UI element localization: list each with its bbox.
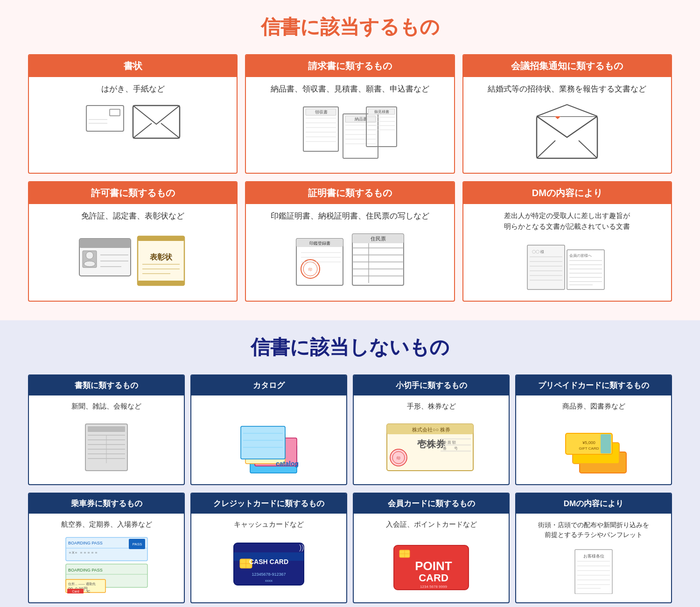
card-prepaid-body: 商品券、図書券など ¥5,000 GIFT CARD — [516, 395, 671, 484]
svg-line-5 — [133, 123, 152, 138]
bottom-grid-row1: 書類に類するもの 新聞、雑誌、会報など — [28, 374, 672, 485]
svg-text:¥5,000: ¥5,000 — [582, 440, 595, 445]
svg-line-32 — [537, 141, 555, 158]
card-shorui-desc: 新聞、雑誌、会報など — [71, 402, 141, 411]
card-dm-top-body: 差出人が特定の受取人に差し出す趣旨が明らかとなる文書が記載されている文書 〇〇 … — [463, 204, 671, 301]
svg-text:〇〇 様: 〇〇 様 — [532, 250, 544, 254]
card-credit-body: キャッシュカードなど CASH CARD 12345678-912367 — [191, 514, 346, 602]
page-wrapper: 信書に該当するもの 書状 はがき、手紙など — [0, 0, 700, 607]
card-catalog-body: catalog — [191, 395, 346, 484]
card-dm-top-header: DMの内容により — [463, 182, 671, 204]
card-dm-bottom-header: DMの内容により — [516, 494, 671, 514]
card-kogitte-image: 株式会社○○ 株券 印 壱株券 券 面 額 番 号 — [359, 416, 503, 478]
svg-rect-118 — [601, 434, 611, 453]
bottom-section-title: 信書に該当しないもの — [28, 334, 672, 360]
bottom-grid-row2: 乗車券に類するもの 航空券、定期券、入場券など BOARDING PASS ＝X… — [28, 493, 672, 603]
svg-rect-4 — [133, 106, 180, 138]
card-dm-bottom-desc: 街頭・店頭での配布や新聞折り込みを前提とするチラシやパンフレット — [538, 520, 649, 540]
svg-rect-1 — [110, 109, 120, 116]
svg-line-33 — [579, 141, 597, 158]
card-shojo-body: はがき、手紙など — [29, 77, 237, 173]
card-credit: クレジットカードに類するもの キャッシュカードなど CASH CARD — [190, 493, 347, 603]
svg-text:CASH CARD: CASH CARD — [249, 558, 288, 565]
card-kaiin-body: 入会証、ポイントカードなど POINT CARD 1234 5678 9999 — [354, 514, 509, 602]
card-kogitte-desc: 手形、株券など — [407, 402, 456, 411]
bottom-section: 信書に該当しないもの 書類に類するもの 新聞、雑誌、会報など — [0, 320, 700, 607]
svg-text:印鑑登録書: 印鑑登録書 — [309, 241, 330, 246]
card-shojo: 書状 はがき、手紙など — [28, 54, 238, 174]
card-shojo-image — [36, 101, 229, 166]
card-josha-desc: 航空券、定期券、入場券など — [61, 520, 152, 529]
svg-text:Card: Card — [72, 590, 79, 593]
card-shorui-body: 新聞、雑誌、会報など — [29, 395, 184, 484]
svg-rect-44 — [138, 281, 184, 285]
card-shomeisho-desc: 印鑑証明書、納税証明書、住民票の写しなど — [271, 211, 429, 221]
svg-text:GIFT CARD: GIFT CARD — [579, 446, 599, 451]
card-shorui-header: 書類に類するもの — [29, 375, 184, 395]
card-credit-image: CASH CARD 12345678-912367 xxxx )) — [197, 535, 341, 596]
card-prepaid-image: ¥5,000 GIFT CARD — [522, 416, 665, 478]
card-shomeisho-body: 印鑑証明書、納税証明書、住民票の写しなど 印鑑登録書 印 — [246, 204, 454, 297]
svg-text:catalog: catalog — [276, 460, 299, 467]
card-seikyusho-desc: 納品書、領収書、見積書、願書、申込書など — [271, 84, 429, 94]
card-prepaid-header: プリペイドカードに類するもの — [516, 375, 671, 395]
card-kaiin: 会員カードに類するもの 入会証、ポイントカードなど POINT CARD — [353, 493, 510, 603]
svg-text:御見積書: 御見積書 — [374, 110, 389, 114]
svg-text:1234 5678 9999: 1234 5678 9999 — [420, 585, 447, 589]
top-grid: 書状 はがき、手紙など — [28, 54, 672, 302]
svg-text:)): )) — [299, 543, 304, 551]
card-josha: 乗車券に類するもの 航空券、定期券、入場券など BOARDING PASS ＝X… — [28, 493, 185, 603]
svg-point-37 — [86, 252, 93, 259]
card-kogitte-header: 小切手に類するもの — [354, 375, 509, 395]
card-credit-desc: キャッシュカードなど — [234, 520, 304, 529]
card-credit-header: クレジットカードに類するもの — [191, 494, 346, 514]
svg-rect-35 — [79, 239, 131, 248]
card-kaigi: 会議招集通知に類するもの 結婚式等の招待状、業務を報告する文書など — [462, 54, 672, 174]
card-kaigi-body: 結婚式等の招待状、業務を報告する文書など — [463, 77, 671, 170]
card-seikyusho-body: 納品書、領収書、見積書、願書、申込書など 領収書 — [246, 77, 454, 170]
svg-text:BOARDING PASS: BOARDING PASS — [68, 541, 103, 545]
card-kaiin-header: 会員カードに類するもの — [354, 494, 509, 514]
card-seikyusho-image: 領収書 納品書 — [253, 101, 446, 164]
svg-text:納品書: 納品書 — [354, 117, 367, 121]
svg-text:住民票: 住民票 — [370, 236, 385, 241]
svg-point-38 — [84, 261, 95, 267]
card-shojo-desc: はがき、手紙など — [101, 84, 165, 94]
svg-rect-43 — [138, 236, 184, 241]
card-kaiin-desc: 入会証、ポイントカードなど — [386, 520, 477, 529]
card-catalog-header: カタログ — [191, 375, 346, 395]
svg-text:券 面 額: 券 面 額 — [443, 440, 456, 445]
top-section-title: 信書に該当するもの — [28, 14, 672, 40]
card-dm-bottom: DMの内容により 街頭・店頭での配布や新聞折り込みを前提とするチラシやパンフレッ… — [515, 493, 672, 603]
card-dm-top-desc: 差出人が特定の受取人に差し出す趣旨が明らかとなる文書が記載されている文書 — [504, 211, 630, 232]
card-catalog-image: catalog — [197, 417, 341, 478]
card-kaigi-header: 会議招集通知に類するもの — [463, 55, 671, 77]
card-prepaid: プリペイドカードに類するもの 商品券、図書券など ¥5,000 GIFT CAR… — [515, 374, 672, 485]
card-josha-body: 航空券、定期券、入場券など BOARDING PASS ＝X＝ ＝＝＝＝＝ PA… — [29, 514, 184, 602]
svg-text:番　　号: 番 号 — [443, 446, 458, 451]
svg-text:CARD: CARD — [419, 572, 448, 584]
card-dm-bottom-body: 街頭・店頭での配布や新聞折り込みを前提とするチラシやパンフレット お客様各位 — [516, 514, 671, 602]
card-dm-top-image: 〇〇 様 会員の皆様へ — [471, 238, 664, 294]
svg-line-6 — [161, 123, 180, 138]
svg-text:株式会社○○ 株券: 株式会社○○ 株券 — [412, 427, 450, 432]
svg-text:＝X＝ ＝＝＝＝＝: ＝X＝ ＝＝＝＝＝ — [68, 551, 98, 555]
card-kogitte: 小切手に類するもの 手形、株券など 株式会社○○ 株券 印 — [353, 374, 510, 485]
card-shorui: 書類に類するもの 新聞、雑誌、会報など — [28, 374, 185, 485]
card-shomeisho: 証明書に類するもの 印鑑証明書、納税証明書、住民票の写しなど 印鑑登録書 印 — [245, 181, 455, 302]
svg-text:印: 印 — [308, 268, 312, 272]
svg-text:xxxx: xxxx — [265, 579, 273, 583]
card-kaigi-image — [471, 101, 664, 164]
card-dm-top: DMの内容により 差出人が特定の受取人に差し出す趣旨が明らかとなる文書が記載され… — [462, 181, 672, 302]
svg-text:壱株券: 壱株券 — [417, 439, 446, 449]
svg-text:IC: IC — [87, 590, 90, 593]
card-shojo-header: 書状 — [29, 55, 237, 77]
svg-text:POINT: POINT — [415, 559, 452, 573]
card-kaigi-desc: 結婚式等の招待状、業務を報告する文書など — [488, 84, 646, 94]
svg-text:住所... —— 通勤先: 住所... —— 通勤先 — [68, 582, 96, 586]
svg-text:領収書: 領収書 — [315, 110, 327, 114]
svg-text:会員の皆様へ: 会員の皆様へ — [569, 254, 592, 258]
svg-text:印: 印 — [397, 456, 400, 460]
card-kogitte-body: 手形、株券など 株式会社○○ 株券 印 壱株券 — [354, 395, 509, 484]
card-kaiin-image: POINT CARD 1234 5678 9999 — [359, 535, 503, 596]
